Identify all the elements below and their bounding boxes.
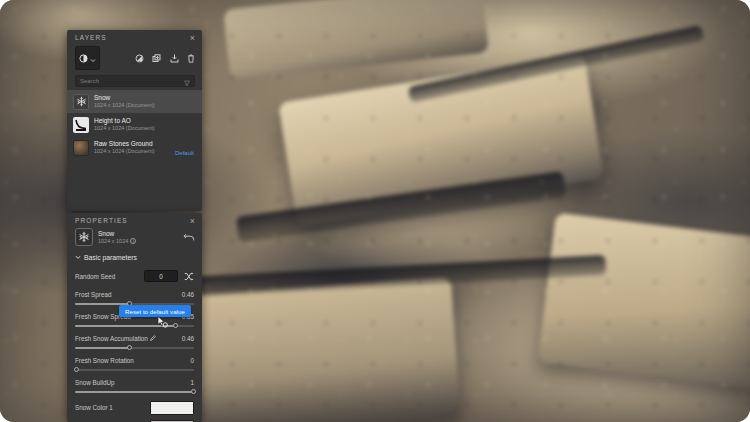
trash-icon[interactable] <box>187 54 195 63</box>
search-input[interactable] <box>80 78 184 84</box>
param-label: Snow Color 1 <box>75 404 113 411</box>
param-value: 0.46 <box>182 291 194 298</box>
random-seed-input[interactable] <box>144 270 178 282</box>
layer-name: Raw Stones Ground <box>94 140 155 148</box>
close-icon[interactable]: × <box>190 35 195 41</box>
rock-thumbnail <box>73 140 89 156</box>
fresh-snow-spread-slider[interactable] <box>75 323 194 329</box>
param-label: Fresh Snow Accumulation <box>75 335 156 342</box>
layer-meta: 1024 x 1024 (Document) <box>94 148 155 155</box>
properties-panel: PROPERTIES × Snow 1024 x 1024 i <box>67 213 202 422</box>
slider-handle[interactable] <box>173 323 178 328</box>
layer-item-height-to-ao[interactable]: Height to AO 1024 x 1024 (Document) <box>67 113 202 136</box>
layer-meta: 1024 x 1024 (Document) <box>94 102 155 109</box>
chevron-down-icon <box>75 254 81 261</box>
param-fresh-snow-rotation: Fresh Snow Rotation 0 <box>67 354 202 376</box>
blend-mode-icon <box>79 49 88 67</box>
default-link[interactable]: Default <box>175 150 194 156</box>
import-icon[interactable] <box>170 54 179 63</box>
snow-buildup-slider[interactable] <box>75 389 194 395</box>
mask-icon[interactable] <box>135 54 144 63</box>
property-layer-meta: 1024 x 1024 <box>98 238 128 245</box>
fresh-snow-rotation-slider[interactable] <box>75 367 194 373</box>
fresh-snow-accumulation-slider[interactable] <box>75 345 194 351</box>
param-label: Snow BuildUp <box>75 379 115 386</box>
param-fresh-snow-accumulation: Fresh Snow Accumulation 0.46 <box>67 332 202 354</box>
param-random-seed: Random Seed <box>67 264 202 288</box>
param-label: Frost Spread <box>75 291 111 298</box>
slider-handle[interactable] <box>127 345 132 350</box>
layer-name: Height to AO <box>94 117 155 125</box>
add-layer-icon[interactable] <box>152 54 162 63</box>
blend-mode-button[interactable] <box>75 46 100 70</box>
color-swatch[interactable] <box>150 401 194 415</box>
app-window: LAYERS × <box>0 0 750 422</box>
snowflake-icon <box>75 228 93 246</box>
layer-search-box <box>75 75 195 87</box>
snowflake-icon <box>73 94 89 110</box>
mouse-cursor-icon <box>157 314 168 332</box>
layers-panel: LAYERS × <box>67 30 202 211</box>
param-snow-buildup: Snow BuildUp 1 <box>67 376 202 398</box>
property-layer-name: Snow <box>98 230 136 238</box>
undo-icon[interactable] <box>183 228 195 246</box>
param-value: 0.46 <box>182 335 194 342</box>
param-value: 0 <box>190 357 194 364</box>
section-label: Basic parameters <box>84 254 137 261</box>
param-snow-color-1: Snow Color 1 <box>67 398 202 417</box>
edit-pen-icon[interactable] <box>150 335 156 342</box>
layers-panel-title: LAYERS <box>75 34 107 41</box>
param-snow-color-2: Snow Color 2 <box>67 417 202 422</box>
reset-tooltip: Reset to default value <box>119 305 191 317</box>
basic-parameters-section[interactable]: Basic parameters <box>67 250 202 264</box>
close-icon[interactable]: × <box>190 218 195 224</box>
layer-item-snow[interactable]: Snow 1024 x 1024 (Document) <box>67 90 202 113</box>
filter-icon[interactable] <box>184 72 190 90</box>
properties-panel-title: PROPERTIES <box>75 217 128 224</box>
selected-layer-summary: Snow 1024 x 1024 i <box>67 226 202 250</box>
chevron-down-icon <box>90 49 96 67</box>
info-icon[interactable]: i <box>130 238 136 244</box>
param-label: Fresh Snow Rotation <box>75 357 134 364</box>
layer-name: Snow <box>94 94 155 102</box>
slider-handle[interactable] <box>191 389 196 394</box>
layer-list: Snow 1024 x 1024 (Document) Height to AO… <box>67 90 202 159</box>
slider-handle[interactable] <box>74 367 79 372</box>
param-label: Random Seed <box>75 273 115 280</box>
param-value: 1 <box>190 379 194 386</box>
height-curve-icon <box>73 117 89 133</box>
randomize-icon[interactable] <box>184 267 194 285</box>
layer-meta: 1024 x 1024 (Document) <box>94 125 155 132</box>
